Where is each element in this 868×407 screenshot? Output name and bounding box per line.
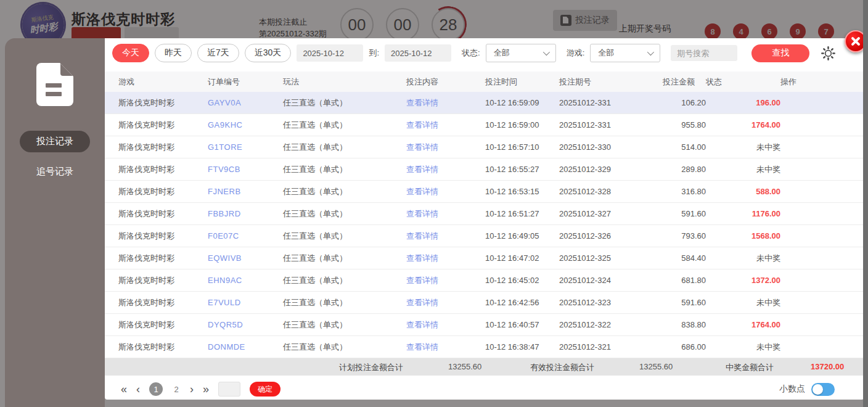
cell-bet-time: 10-12 16:40:57 — [485, 320, 559, 329]
confirm-page-button[interactable]: 确定 — [250, 382, 280, 397]
quick-range-button[interactable]: 今天 — [112, 44, 149, 62]
page-number-button[interactable]: 2 — [172, 385, 181, 394]
cell-period: 20251012-324 — [559, 276, 663, 285]
cell-game: 斯洛伐克时时彩 — [118, 342, 208, 353]
cell-game: 斯洛伐克时时彩 — [118, 319, 208, 331]
view-details-link[interactable]: 查看详情 — [406, 164, 485, 175]
cell-amount: 686.00 — [663, 342, 706, 352]
last-page-button[interactable]: » — [203, 384, 209, 395]
first-page-button[interactable]: « — [121, 384, 127, 395]
view-details-link[interactable]: 查看详情 — [406, 231, 485, 242]
cell-game: 斯洛伐克时时彩 — [118, 275, 208, 286]
cell-bet-time: 10-12 16:47:02 — [485, 253, 559, 263]
date-from-input[interactable] — [297, 44, 363, 62]
table-column-header: 游戏 — [118, 76, 208, 88]
cell-period: 20251012-322 — [559, 320, 663, 329]
cell-play-type: 任三直选（单式） — [283, 120, 406, 131]
cell-order-number[interactable]: E7VULD — [208, 298, 283, 307]
cell-order-number[interactable]: FTV9CB — [208, 165, 283, 174]
quick-range-button[interactable]: 近30天 — [245, 44, 292, 62]
cell-order-number[interactable]: GA9KHC — [208, 120, 283, 130]
cell-status: 未中奖 — [706, 253, 780, 264]
prev-page-button[interactable]: ‹ — [136, 384, 140, 395]
cell-game: 斯洛伐克时时彩 — [118, 97, 208, 109]
cell-period: 20251012-328 — [559, 187, 663, 196]
view-details-link[interactable]: 查看详情 — [406, 208, 485, 220]
cell-order-number[interactable]: F0E07C — [208, 231, 283, 240]
cell-order-number[interactable]: FBBJRD — [208, 209, 283, 218]
page-jump-input[interactable] — [218, 382, 240, 397]
cell-amount: 793.60 — [663, 231, 706, 240]
modal-sidebar: 投注记录 追号记录 — [5, 38, 105, 407]
period-search-input[interactable] — [671, 45, 737, 61]
cell-bet-time: 10-12 16:49:05 — [485, 231, 559, 240]
records-modal: 投注记录 追号记录 — [5, 38, 868, 407]
win-total-value: 13720.00 — [811, 362, 844, 371]
table-column-header: 投注金额 — [663, 76, 706, 88]
next-page-button[interactable]: › — [190, 384, 194, 395]
cell-amount: 316.80 — [663, 187, 706, 196]
page-number-button[interactable]: 1 — [149, 382, 163, 396]
chevron-down-icon — [542, 49, 549, 56]
view-details-link[interactable]: 查看详情 — [406, 253, 485, 264]
cell-status: 未中奖 — [706, 164, 780, 175]
view-details-link[interactable]: 查看详情 — [406, 97, 485, 109]
view-details-link[interactable]: 查看详情 — [406, 342, 485, 353]
cell-bet-time: 10-12 16:55:27 — [485, 165, 559, 174]
table-row: 斯洛伐克时时彩 GA9KHC 任三直选（单式） 查看详情 10-12 16:59… — [105, 114, 868, 136]
cell-play-type: 任三直选（单式） — [283, 164, 406, 175]
table-column-header: 玩法 — [283, 76, 406, 88]
cell-order-number[interactable]: DYQR5D — [208, 320, 283, 329]
cell-period: 20251012-331 — [559, 98, 663, 107]
view-details-link[interactable]: 查看详情 — [406, 319, 485, 331]
view-details-link[interactable]: 查看详情 — [406, 275, 485, 286]
table-column-header: 投注内容 — [406, 76, 485, 88]
view-details-link[interactable]: 查看详情 — [406, 186, 485, 197]
search-button[interactable]: 查找 — [751, 44, 809, 62]
view-details-link[interactable]: 查看详情 — [406, 142, 485, 153]
sidebar-item[interactable]: 投注记录 — [20, 131, 90, 152]
decimal-toggle[interactable] — [811, 383, 835, 396]
table-header: 游戏 订单编号 玩法 投注内容 投注时间 投注期号 投注金额 状态 — [105, 72, 868, 92]
valid-total-label: 有效投注金额合计 — [530, 362, 594, 373]
cell-order-number[interactable]: EQWIVB — [208, 253, 283, 263]
cell-status: 196.00 — [706, 98, 780, 107]
quick-range-button[interactable]: 昨天 — [155, 44, 192, 62]
cell-order-number[interactable]: EHN9AC — [208, 276, 283, 285]
cell-play-type: 任三直选（单式） — [283, 231, 406, 242]
modal-content: 今天 昨天 近7天 近30天 — [105, 38, 868, 407]
cell-game: 斯洛伐克时时彩 — [118, 208, 208, 220]
view-details-link[interactable]: 查看详情 — [406, 120, 485, 131]
cell-order-number[interactable]: GAYV0A — [208, 98, 283, 107]
quick-range-button[interactable]: 近7天 — [197, 44, 239, 62]
cell-order-number[interactable]: FJNERB — [208, 187, 283, 196]
cell-bet-time: 10-12 16:45:02 — [485, 276, 559, 285]
sidebar-item[interactable]: 追号记录 — [20, 161, 90, 183]
table-column-header: 操作 — [780, 76, 859, 88]
cell-order-number[interactable]: G1TORE — [208, 142, 283, 152]
view-details-link[interactable]: 查看详情 — [406, 297, 485, 308]
cell-amount: 681.80 — [663, 276, 706, 285]
toggle-knob — [813, 384, 823, 395]
win-total-label: 中奖金额合计 — [726, 362, 774, 373]
status-select[interactable]: 全部 — [486, 44, 556, 62]
cell-period: 20251012-321 — [559, 342, 663, 352]
table-column-header: 投注时间 — [485, 76, 559, 88]
table-column-header: 状态 — [706, 76, 780, 88]
cell-amount: 584.40 — [663, 253, 706, 263]
page-scrollbar[interactable] — [863, 0, 868, 407]
settings-button[interactable] — [821, 46, 835, 60]
cell-order-number[interactable]: DONMDE — [208, 342, 283, 352]
cell-play-type: 任三直选（单式） — [283, 186, 406, 197]
table-row: 斯洛伐克时时彩 E7VULD 任三直选（单式） 查看详情 10-12 16:42… — [105, 292, 868, 314]
cell-bet-time: 10-12 16:57:10 — [485, 142, 559, 152]
cell-period: 20251012-327 — [559, 209, 663, 218]
table-column-header: 订单编号 — [208, 76, 283, 88]
cell-game: 斯洛伐克时时彩 — [118, 164, 208, 175]
plan-total-value: 13255.60 — [448, 362, 481, 371]
status-select-value: 全部 — [494, 47, 510, 59]
date-to-input[interactable] — [385, 44, 451, 62]
game-select[interactable]: 全部 — [590, 44, 660, 62]
plan-total-label: 计划投注金额合计 — [339, 362, 403, 373]
cell-status: 1568.00 — [706, 231, 780, 240]
